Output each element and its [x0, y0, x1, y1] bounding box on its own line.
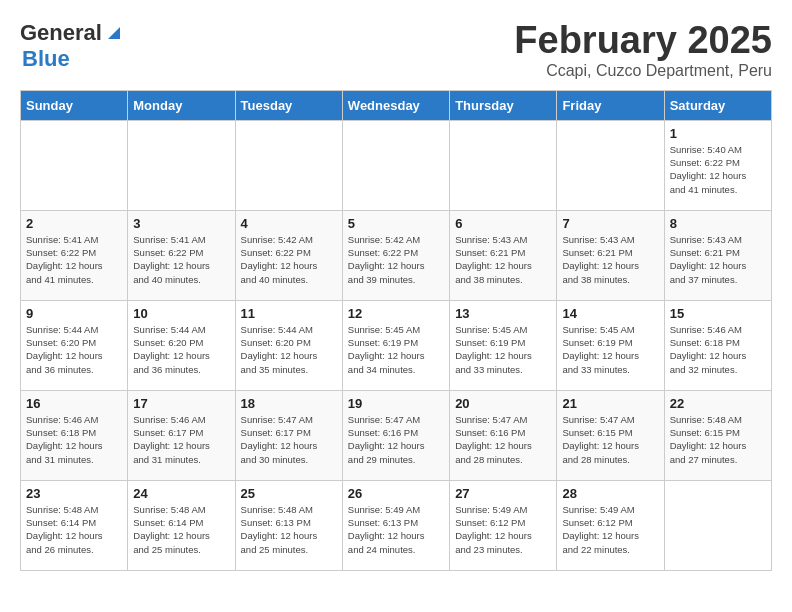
- logo: General Blue: [20, 20, 124, 72]
- calendar-subtitle: Ccapi, Cuzco Department, Peru: [514, 62, 772, 80]
- day-info: Sunrise: 5:46 AM Sunset: 6:17 PM Dayligh…: [133, 413, 229, 466]
- table-row: 3Sunrise: 5:41 AM Sunset: 6:22 PM Daylig…: [128, 210, 235, 300]
- table-row: 2Sunrise: 5:41 AM Sunset: 6:22 PM Daylig…: [21, 210, 128, 300]
- table-row: 13Sunrise: 5:45 AM Sunset: 6:19 PM Dayli…: [450, 300, 557, 390]
- table-row: 15Sunrise: 5:46 AM Sunset: 6:18 PM Dayli…: [664, 300, 771, 390]
- table-row: 16Sunrise: 5:46 AM Sunset: 6:18 PM Dayli…: [21, 390, 128, 480]
- table-row: 25Sunrise: 5:48 AM Sunset: 6:13 PM Dayli…: [235, 480, 342, 570]
- table-row: 27Sunrise: 5:49 AM Sunset: 6:12 PM Dayli…: [450, 480, 557, 570]
- header-friday: Friday: [557, 90, 664, 120]
- day-number: 14: [562, 306, 658, 321]
- day-number: 19: [348, 396, 444, 411]
- calendar-week-row: 16Sunrise: 5:46 AM Sunset: 6:18 PM Dayli…: [21, 390, 772, 480]
- day-number: 7: [562, 216, 658, 231]
- day-number: 21: [562, 396, 658, 411]
- calendar-week-row: 1Sunrise: 5:40 AM Sunset: 6:22 PM Daylig…: [21, 120, 772, 210]
- day-info: Sunrise: 5:49 AM Sunset: 6:13 PM Dayligh…: [348, 503, 444, 556]
- calendar-table: Sunday Monday Tuesday Wednesday Thursday…: [20, 90, 772, 571]
- table-row: [21, 120, 128, 210]
- day-info: Sunrise: 5:42 AM Sunset: 6:22 PM Dayligh…: [241, 233, 337, 286]
- table-row: [450, 120, 557, 210]
- day-info: Sunrise: 5:47 AM Sunset: 6:16 PM Dayligh…: [455, 413, 551, 466]
- day-number: 5: [348, 216, 444, 231]
- table-row: [128, 120, 235, 210]
- day-info: Sunrise: 5:44 AM Sunset: 6:20 PM Dayligh…: [133, 323, 229, 376]
- day-number: 27: [455, 486, 551, 501]
- day-number: 25: [241, 486, 337, 501]
- day-info: Sunrise: 5:41 AM Sunset: 6:22 PM Dayligh…: [26, 233, 122, 286]
- day-number: 6: [455, 216, 551, 231]
- calendar-week-row: 23Sunrise: 5:48 AM Sunset: 6:14 PM Dayli…: [21, 480, 772, 570]
- day-info: Sunrise: 5:47 AM Sunset: 6:17 PM Dayligh…: [241, 413, 337, 466]
- table-row: 18Sunrise: 5:47 AM Sunset: 6:17 PM Dayli…: [235, 390, 342, 480]
- svg-marker-0: [108, 27, 120, 39]
- table-row: 6Sunrise: 5:43 AM Sunset: 6:21 PM Daylig…: [450, 210, 557, 300]
- table-row: 12Sunrise: 5:45 AM Sunset: 6:19 PM Dayli…: [342, 300, 449, 390]
- day-info: Sunrise: 5:46 AM Sunset: 6:18 PM Dayligh…: [670, 323, 766, 376]
- day-number: 13: [455, 306, 551, 321]
- calendar-title: February 2025: [514, 20, 772, 62]
- day-info: Sunrise: 5:48 AM Sunset: 6:14 PM Dayligh…: [133, 503, 229, 556]
- day-number: 1: [670, 126, 766, 141]
- day-info: Sunrise: 5:44 AM Sunset: 6:20 PM Dayligh…: [26, 323, 122, 376]
- table-row: 21Sunrise: 5:47 AM Sunset: 6:15 PM Dayli…: [557, 390, 664, 480]
- day-number: 11: [241, 306, 337, 321]
- day-info: Sunrise: 5:42 AM Sunset: 6:22 PM Dayligh…: [348, 233, 444, 286]
- day-number: 22: [670, 396, 766, 411]
- table-row: 11Sunrise: 5:44 AM Sunset: 6:20 PM Dayli…: [235, 300, 342, 390]
- day-number: 12: [348, 306, 444, 321]
- table-row: 23Sunrise: 5:48 AM Sunset: 6:14 PM Dayli…: [21, 480, 128, 570]
- table-row: 14Sunrise: 5:45 AM Sunset: 6:19 PM Dayli…: [557, 300, 664, 390]
- header-tuesday: Tuesday: [235, 90, 342, 120]
- day-info: Sunrise: 5:45 AM Sunset: 6:19 PM Dayligh…: [562, 323, 658, 376]
- table-row: 10Sunrise: 5:44 AM Sunset: 6:20 PM Dayli…: [128, 300, 235, 390]
- table-row: 8Sunrise: 5:43 AM Sunset: 6:21 PM Daylig…: [664, 210, 771, 300]
- calendar-week-row: 2Sunrise: 5:41 AM Sunset: 6:22 PM Daylig…: [21, 210, 772, 300]
- day-info: Sunrise: 5:43 AM Sunset: 6:21 PM Dayligh…: [562, 233, 658, 286]
- day-info: Sunrise: 5:47 AM Sunset: 6:16 PM Dayligh…: [348, 413, 444, 466]
- calendar-header-row: Sunday Monday Tuesday Wednesday Thursday…: [21, 90, 772, 120]
- day-info: Sunrise: 5:49 AM Sunset: 6:12 PM Dayligh…: [455, 503, 551, 556]
- day-number: 15: [670, 306, 766, 321]
- day-info: Sunrise: 5:44 AM Sunset: 6:20 PM Dayligh…: [241, 323, 337, 376]
- logo-icon: [104, 21, 124, 41]
- table-row: 7Sunrise: 5:43 AM Sunset: 6:21 PM Daylig…: [557, 210, 664, 300]
- day-number: 17: [133, 396, 229, 411]
- table-row: [664, 480, 771, 570]
- table-row: 28Sunrise: 5:49 AM Sunset: 6:12 PM Dayli…: [557, 480, 664, 570]
- day-number: 20: [455, 396, 551, 411]
- day-info: Sunrise: 5:41 AM Sunset: 6:22 PM Dayligh…: [133, 233, 229, 286]
- day-info: Sunrise: 5:45 AM Sunset: 6:19 PM Dayligh…: [455, 323, 551, 376]
- day-info: Sunrise: 5:47 AM Sunset: 6:15 PM Dayligh…: [562, 413, 658, 466]
- day-number: 4: [241, 216, 337, 231]
- table-row: 17Sunrise: 5:46 AM Sunset: 6:17 PM Dayli…: [128, 390, 235, 480]
- table-row: 24Sunrise: 5:48 AM Sunset: 6:14 PM Dayli…: [128, 480, 235, 570]
- day-number: 3: [133, 216, 229, 231]
- day-number: 10: [133, 306, 229, 321]
- day-number: 24: [133, 486, 229, 501]
- day-number: 2: [26, 216, 122, 231]
- table-row: 26Sunrise: 5:49 AM Sunset: 6:13 PM Dayli…: [342, 480, 449, 570]
- day-number: 8: [670, 216, 766, 231]
- day-number: 28: [562, 486, 658, 501]
- logo-general: General: [20, 20, 102, 46]
- calendar-week-row: 9Sunrise: 5:44 AM Sunset: 6:20 PM Daylig…: [21, 300, 772, 390]
- table-row: 20Sunrise: 5:47 AM Sunset: 6:16 PM Dayli…: [450, 390, 557, 480]
- day-info: Sunrise: 5:48 AM Sunset: 6:14 PM Dayligh…: [26, 503, 122, 556]
- day-number: 16: [26, 396, 122, 411]
- day-info: Sunrise: 5:49 AM Sunset: 6:12 PM Dayligh…: [562, 503, 658, 556]
- table-row: 1Sunrise: 5:40 AM Sunset: 6:22 PM Daylig…: [664, 120, 771, 210]
- header-thursday: Thursday: [450, 90, 557, 120]
- table-row: 22Sunrise: 5:48 AM Sunset: 6:15 PM Dayli…: [664, 390, 771, 480]
- table-row: [235, 120, 342, 210]
- day-number: 26: [348, 486, 444, 501]
- table-row: 4Sunrise: 5:42 AM Sunset: 6:22 PM Daylig…: [235, 210, 342, 300]
- table-row: [557, 120, 664, 210]
- day-info: Sunrise: 5:43 AM Sunset: 6:21 PM Dayligh…: [670, 233, 766, 286]
- header-wednesday: Wednesday: [342, 90, 449, 120]
- page-header: General Blue February 2025 Ccapi, Cuzco …: [20, 20, 772, 80]
- header-monday: Monday: [128, 90, 235, 120]
- day-info: Sunrise: 5:46 AM Sunset: 6:18 PM Dayligh…: [26, 413, 122, 466]
- day-number: 18: [241, 396, 337, 411]
- logo-blue: Blue: [22, 46, 70, 71]
